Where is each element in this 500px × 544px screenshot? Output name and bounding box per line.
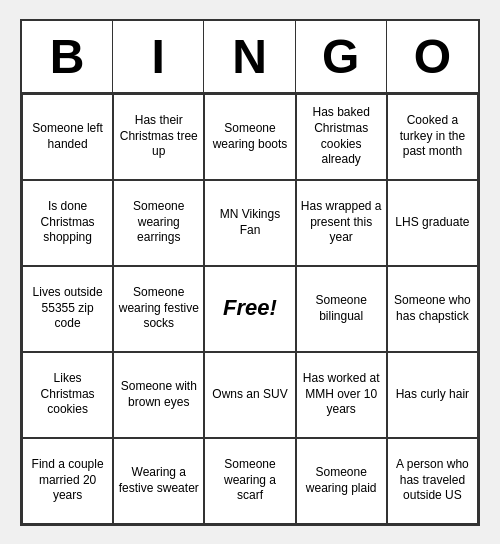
bingo-cell-4[interactable]: Cooked a turkey in the past month <box>387 94 478 180</box>
bingo-cell-9[interactable]: LHS graduate <box>387 180 478 266</box>
bingo-card: BINGO Someone left handedHas their Chris… <box>20 19 480 526</box>
bingo-letter-o: O <box>387 21 478 92</box>
bingo-letter-i: I <box>113 21 204 92</box>
bingo-cell-10[interactable]: Lives outside 55355 zip code <box>22 266 113 352</box>
bingo-cell-12[interactable]: Free! <box>204 266 295 352</box>
bingo-cell-0[interactable]: Someone left handed <box>22 94 113 180</box>
bingo-cell-13[interactable]: Someone bilingual <box>296 266 387 352</box>
bingo-cell-3[interactable]: Has baked Christmas cookies already <box>296 94 387 180</box>
bingo-cell-16[interactable]: Someone with brown eyes <box>113 352 204 438</box>
bingo-cell-8[interactable]: Has wrapped a present this year <box>296 180 387 266</box>
bingo-cell-1[interactable]: Has their Christmas tree up <box>113 94 204 180</box>
bingo-header: BINGO <box>22 21 478 94</box>
bingo-cell-21[interactable]: Wearing a festive sweater <box>113 438 204 524</box>
bingo-cell-23[interactable]: Someone wearing plaid <box>296 438 387 524</box>
bingo-letter-b: B <box>22 21 113 92</box>
bingo-cell-7[interactable]: MN Vikings Fan <box>204 180 295 266</box>
bingo-cell-24[interactable]: A person who has traveled outside US <box>387 438 478 524</box>
bingo-cell-11[interactable]: Someone wearing festive socks <box>113 266 204 352</box>
bingo-cell-5[interactable]: Is done Christmas shopping <box>22 180 113 266</box>
bingo-cell-20[interactable]: Find a couple married 20 years <box>22 438 113 524</box>
bingo-cell-17[interactable]: Owns an SUV <box>204 352 295 438</box>
bingo-cell-19[interactable]: Has curly hair <box>387 352 478 438</box>
bingo-cell-6[interactable]: Someone wearing earrings <box>113 180 204 266</box>
bingo-cell-14[interactable]: Someone who has chapstick <box>387 266 478 352</box>
bingo-cell-15[interactable]: Likes Christmas cookies <box>22 352 113 438</box>
bingo-letter-g: G <box>296 21 387 92</box>
bingo-cell-22[interactable]: Someone wearing a scarf <box>204 438 295 524</box>
bingo-cell-18[interactable]: Has worked at MMH over 10 years <box>296 352 387 438</box>
bingo-cell-2[interactable]: Someone wearing boots <box>204 94 295 180</box>
bingo-letter-n: N <box>204 21 295 92</box>
bingo-grid: Someone left handedHas their Christmas t… <box>22 94 478 524</box>
